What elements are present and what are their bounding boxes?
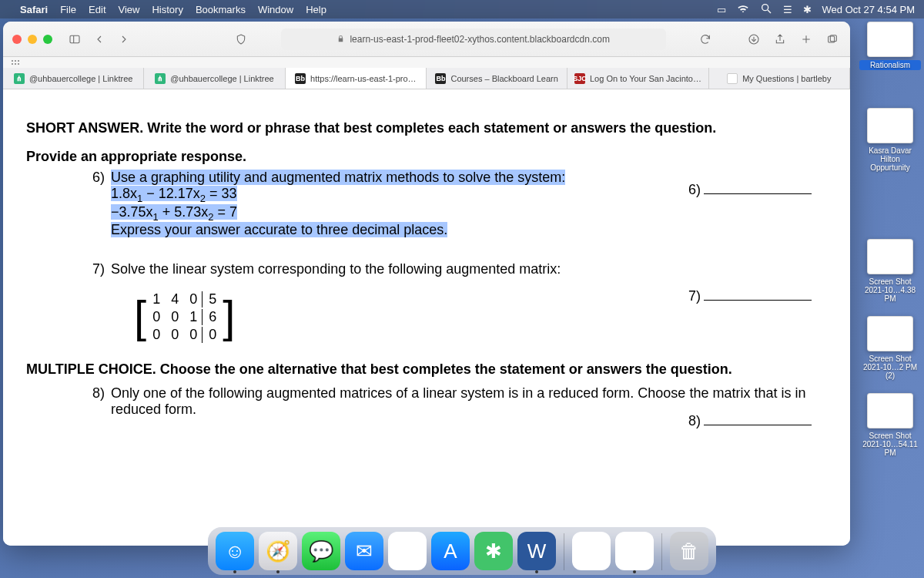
file-label: Rationalism (859, 60, 921, 70)
minimize-button[interactable] (28, 35, 37, 44)
tab-drag-handle[interactable] (3, 57, 850, 68)
toolbar: learn-us-east-1-prod-fleet02-xythos.cont… (3, 22, 850, 57)
provide-subheading: Provide an appropriate response. (26, 149, 827, 165)
close-button[interactable] (12, 35, 22, 44)
app-name[interactable]: Safari (20, 4, 48, 15)
favicon-icon: Bb (435, 73, 446, 84)
tab-2[interactable]: Bbhttps://learn-us-east-1-pro… (286, 68, 427, 89)
forward-icon[interactable] (116, 32, 132, 47)
downloads-icon[interactable] (745, 32, 762, 47)
q6-number: 6) (26, 170, 111, 238)
favicon-icon: b (727, 73, 738, 84)
svg-point-0 (762, 4, 768, 10)
svg-line-1 (768, 10, 771, 13)
dock: ☺🧭💬✉✿A✱W🖼◯🗑 (208, 527, 716, 575)
q6-tail: Express your answer accurate to three de… (111, 222, 447, 237)
address-text: learn-us-east-1-prod-fleet02-xythos.cont… (350, 34, 610, 45)
dock-mail[interactable]: ✉ (345, 532, 383, 570)
svg-rect-2 (70, 35, 79, 42)
menu-history[interactable]: History (152, 4, 182, 15)
reload-icon[interactable] (697, 32, 714, 47)
dock-finder[interactable]: ☺ (216, 532, 254, 570)
menu-view[interactable]: View (119, 4, 140, 15)
file-thumb-icon (867, 22, 913, 57)
desktop-file-1[interactable]: Kasra Davar Hilton Oppurtunity (859, 108, 921, 172)
file-label: Screen Shot 2021-10…4.38 PM (859, 277, 921, 303)
dock-trash[interactable]: 🗑 (670, 532, 708, 570)
favicon-icon: Bb (295, 73, 306, 84)
back-icon[interactable] (91, 32, 108, 47)
menu-help[interactable]: Help (306, 4, 326, 15)
tab-5[interactable]: bMy Questions | bartleby (709, 68, 850, 89)
window-controls[interactable] (12, 35, 52, 44)
dock-safari[interactable]: 🧭 (259, 532, 297, 570)
clock[interactable]: Wed Oct 27 4:54 PM (822, 4, 915, 15)
q6-eq2: −3.75x1 + 5.73x2 = 7 (111, 204, 237, 220)
file-thumb-icon (867, 239, 913, 274)
desktop-file-3[interactable]: Screen Shot 2021-10…2 PM (2) (859, 316, 921, 380)
short-answer-heading: SHORT ANSWER. Write the word or phrase t… (26, 120, 827, 136)
tab-bar: ⋔@uhbauercollege | Linktree⋔@uhbauercoll… (3, 68, 850, 89)
tab-0[interactable]: ⋔@uhbauercollege | Linktree (3, 68, 144, 89)
tab-label: My Questions | bartleby (742, 74, 831, 83)
q6-text: Use a graphing utility and augmented mat… (111, 170, 565, 185)
tabs-overview-icon[interactable] (824, 32, 841, 47)
zoom-button[interactable] (43, 35, 52, 44)
file-thumb-icon (867, 393, 913, 428)
tab-label: Courses – Blackboard Learn (450, 74, 557, 83)
address-bar[interactable]: learn-us-east-1-prod-fleet02-xythos.cont… (281, 29, 666, 50)
safari-window: learn-us-east-1-prod-fleet02-xythos.cont… (3, 22, 850, 546)
wifi-icon[interactable] (737, 2, 749, 17)
lock-icon (336, 35, 345, 43)
dock-appstore[interactable]: A (431, 532, 470, 570)
q6-answer-blank: 6) (688, 182, 812, 198)
battery-icon[interactable]: ▭ (717, 4, 726, 15)
favicon-icon: ⋔ (155, 73, 166, 84)
sidebar-icon[interactable] (66, 32, 83, 47)
tab-label: @uhbauercollege | Linktree (170, 74, 274, 83)
q8-number: 8) (26, 385, 111, 418)
menu-edit[interactable]: Edit (89, 4, 105, 15)
desktop-file-0[interactable]: Rationalism (859, 22, 921, 70)
desktop-file-4[interactable]: Screen Shot 2021-10…54.11 PM (859, 393, 921, 457)
tab-label: https://learn-us-east-1-pro… (310, 74, 417, 83)
tab-4[interactable]: SJCLog On to Your San Jacinto… (567, 68, 708, 89)
dock-chrome[interactable]: ◯ (615, 532, 654, 570)
file-thumb-icon (867, 316, 913, 351)
page-content: SHORT ANSWER. Write the word or phrase t… (3, 89, 850, 546)
q7-answer-blank: 7) (688, 288, 812, 304)
file-label: Screen Shot 2021-10…2 PM (2) (859, 355, 921, 380)
q7-number: 7) (26, 261, 111, 277)
favicon-icon: ⋔ (14, 73, 25, 84)
desktop-file-2[interactable]: Screen Shot 2021-10…4.38 PM (859, 239, 921, 303)
file-label: Screen Shot 2021-10…54.11 PM (859, 432, 921, 457)
dock-messages[interactable]: 💬 (302, 532, 340, 570)
q7-matrix: [ 140500160000 ] (134, 290, 235, 344)
control-center-icon[interactable]: ☰ (783, 4, 792, 15)
tab-label: Log On to Your San Jacinto… (590, 74, 701, 83)
shield-icon[interactable] (233, 32, 249, 47)
spotlight-icon[interactable] (760, 2, 772, 17)
dock-iclicker[interactable]: ✱ (474, 532, 513, 570)
dock-word[interactable]: W (517, 532, 556, 570)
q7-text: Solve the linear system corresponding to… (111, 261, 827, 277)
tab-1[interactable]: ⋔@uhbauercollege | Linktree (144, 68, 285, 89)
dock-preview[interactable]: 🖼 (572, 532, 611, 570)
menu-bookmarks[interactable]: Bookmarks (196, 4, 246, 15)
share-icon[interactable] (772, 32, 788, 47)
file-thumb-icon (867, 108, 913, 143)
q8-answer-blank: 8) (688, 413, 812, 429)
q6-eq1: 1.8x1 − 12.17x2 = 33 (111, 186, 237, 201)
multiple-choice-heading: MULTIPLE CHOICE. Choose the one alternat… (26, 361, 827, 378)
tab-label: @uhbauercollege | Linktree (29, 74, 133, 83)
menu-window[interactable]: Window (258, 4, 293, 15)
menu-file[interactable]: File (60, 4, 76, 15)
amphetamine-icon[interactable]: ✱ (803, 4, 812, 15)
new-tab-icon[interactable] (798, 32, 815, 47)
favicon-icon: SJC (574, 73, 585, 84)
tab-3[interactable]: BbCourses – Blackboard Learn (427, 68, 567, 89)
dock-photos[interactable]: ✿ (388, 532, 427, 570)
file-label: Kasra Davar Hilton Oppurtunity (859, 146, 921, 172)
menubar: Safari File Edit View History Bookmarks … (0, 0, 924, 18)
